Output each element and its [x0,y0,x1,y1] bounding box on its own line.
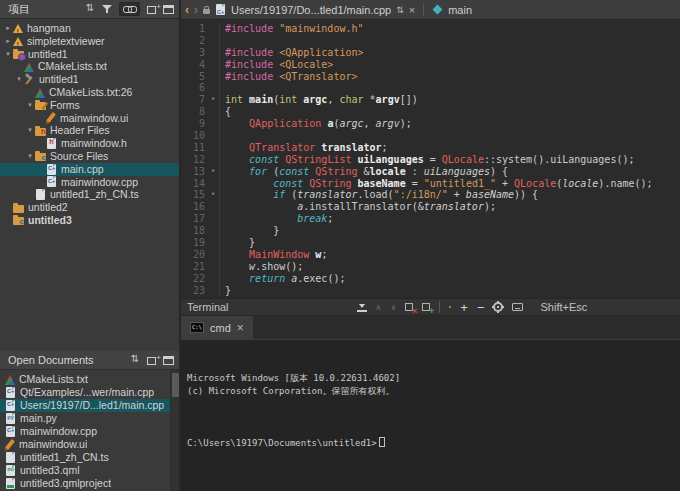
split-icon[interactable] [147,357,156,365]
expand-arrow-icon[interactable]: ▾ [3,48,13,61]
code-token: QStringList [285,154,351,165]
expand-arrow-icon[interactable]: ▾ [25,150,35,163]
scrollbar-thumb[interactable] [172,373,179,397]
line-number: 18 [181,225,205,237]
tree-item-untitled1[interactable]: ▾untitled1 [0,73,179,86]
tree-item-untitled3[interactable]: untitled3 [0,214,179,227]
expand-arrow-icon[interactable]: ▸ [3,35,13,48]
code-line-22[interactable]: 22 return a.exec(); [181,273,680,285]
code-line-9[interactable]: 9 QApplication a(argc, argv); [181,118,680,130]
code-line-19[interactable]: 19 } [181,237,680,249]
tree-item-cmakelists-txt-26[interactable]: CMakeLists.txt:26 [0,86,179,99]
open-documents-list[interactable]: CMakeLists.txtQt/Examples/...wer/main.cp… [0,370,179,491]
terminal-panel-label[interactable]: Terminal [187,301,229,313]
terminal-output-line: Microsoft Windows [版本 10.0.22631.4602] [187,372,680,385]
code-token [225,273,249,284]
tree-item-source-files[interactable]: ▾Source Files [0,150,179,163]
expand-arrow-icon[interactable]: ▾ [25,99,35,112]
detach-window-icon[interactable] [163,5,174,14]
filter-icon[interactable] [102,4,112,14]
fold-column [207,285,220,297]
fold-marker-icon[interactable]: ▾ [207,94,220,106]
open-document-untitled3-qmlproject[interactable]: untitled3.qmlproject [0,477,179,490]
sort-icon[interactable]: ⇅ [85,3,95,15]
split-icon[interactable] [147,6,156,14]
open-document-cmakelists-txt[interactable]: CMakeLists.txt [0,373,179,386]
tree-item-untitled2[interactable]: untitled2 [0,201,179,214]
code-line-20[interactable]: 20 MainWindow w; [181,249,680,261]
terminal-output[interactable]: Microsoft Windows [版本 10.0.22631.4602](c… [181,340,680,491]
code-line-21[interactable]: 21 w.show(); [181,261,680,273]
fold-marker-icon[interactable]: ▾ [207,189,220,201]
code-line-23[interactable]: 23} [181,285,680,297]
tree-item-main-cpp[interactable]: main.cpp [0,163,179,176]
code-line-12[interactable]: 12 const QStringList uiLanguages = QLoca… [181,154,680,166]
code-line-13[interactable]: 13▾ for (const QString &locale : uiLangu… [181,166,680,178]
close-icon[interactable]: × [237,321,244,335]
fold-marker-icon[interactable]: ▾ [207,166,220,178]
symbol-tab-label[interactable]: main [448,4,472,16]
open-document-main-py[interactable]: main.py [0,412,179,425]
chevron-down-icon[interactable]: ∨ [390,303,396,312]
close-document-icon[interactable]: × [409,4,415,16]
open-document-qt-examples-wer-main-cpp[interactable]: Qt/Examples/...wer/main.cpp [0,386,179,399]
code-line-16[interactable]: 16 a.installTranslator(&translator); [181,201,680,213]
close-terminal-icon[interactable] [405,303,413,311]
code-text [220,130,225,142]
tree-item-hangman[interactable]: ▸hangman [0,22,179,35]
code-token: <QTranslator> [279,71,357,82]
line-number: 19 [181,237,205,249]
code-line-4[interactable]: 4#include <QLocale> [181,59,680,71]
tree-item-untitled1-zh-cn-ts[interactable]: untitled1_zh_CN.ts [0,188,179,201]
code-line-10[interactable]: 10 [181,130,680,142]
back-icon[interactable]: ‹ [185,3,189,17]
forward-icon[interactable]: › [194,3,198,17]
chevron-up-icon[interactable]: ∧ [376,303,382,312]
document-dropdown-icon[interactable]: ⇅ [396,5,404,15]
detach-window-icon[interactable] [163,356,174,365]
code-line-17[interactable]: 17 break; [181,213,680,225]
tree-item-mainwindow-h[interactable]: mainwindow.h [0,137,179,150]
open-documents-scrollbar[interactable] [170,370,179,491]
project-tree[interactable]: ▸hangman▸simpletextviewer▾untitled1CMake… [0,19,179,351]
code-line-3[interactable]: 3#include <QApplication> [181,47,680,59]
zoom-in-icon[interactable]: + [460,300,468,315]
tree-item-header-files[interactable]: ▾Header Files [0,124,179,137]
code-line-1[interactable]: 1#include "mainwindow.h" [181,23,680,35]
terminal-tabbar: cmd × [181,316,680,340]
code-line-5[interactable]: 5#include <QTranslator> [181,71,680,83]
tree-item-label: main.cpp [61,163,104,176]
code-line-18[interactable]: 18 } [181,225,680,237]
code-line-14[interactable]: 14 const QString baseName = "untitled1_"… [181,178,680,190]
code-line-7[interactable]: 7▾int main(int argc, char *argv[]) [181,94,680,106]
gear-icon[interactable] [493,302,503,312]
dock-terminal-icon[interactable] [357,303,367,312]
new-terminal-icon[interactable] [422,303,430,311]
sort-icon[interactable]: ⇅ [130,354,140,366]
code-editor[interactable]: 1#include "mainwindow.h"23#include <QApp… [181,20,680,298]
document-tab-label[interactable]: Users/19197/Do...tled1/main.cpp [231,4,391,16]
expand-arrow-icon[interactable]: ▸ [3,22,13,35]
terminal-tab-cmd[interactable]: cmd × [181,316,253,339]
code-line-2[interactable]: 2 [181,35,680,47]
open-document-users-19197-d-led1-main-cpp[interactable]: Users/19197/D...led1/main.cpp [0,399,179,412]
keyboard-icon[interactable] [512,303,523,311]
code-line-8[interactable]: 8{ [181,106,680,118]
tree-item-simpletextviewer[interactable]: ▸simpletextviewer [0,35,179,48]
sync-with-editor-button[interactable] [119,2,140,16]
code-line-11[interactable]: 11 QTranslator translator; [181,142,680,154]
tree-item-untitled1[interactable]: ▾untitled1 [0,48,179,61]
code-line-6[interactable]: 6 [181,82,680,94]
tree-item-mainwindow-ui[interactable]: mainwindow.ui [0,112,179,125]
tree-item-cmakelists-txt[interactable]: CMakeLists.txt [0,60,179,73]
tree-item-forms[interactable]: ▾Forms [0,99,179,112]
open-document-untitled3-qml[interactable]: untitled3.qml [0,464,179,477]
expand-arrow-icon[interactable]: ▾ [14,73,24,86]
zoom-out-icon[interactable]: − [477,300,485,315]
tree-item-mainwindow-cpp[interactable]: mainwindow.cpp [0,176,179,189]
open-document-mainwindow-ui[interactable]: mainwindow.ui [0,438,179,451]
open-document-mainwindow-cpp[interactable]: mainwindow.cpp [0,425,179,438]
expand-arrow-icon[interactable]: ▾ [25,124,35,137]
code-line-15[interactable]: 15▾ if (translator.load(":/i18n/" + base… [181,189,680,201]
open-document-untitled1-zh-cn-ts[interactable]: untitled1_zh_CN.ts [0,451,179,464]
